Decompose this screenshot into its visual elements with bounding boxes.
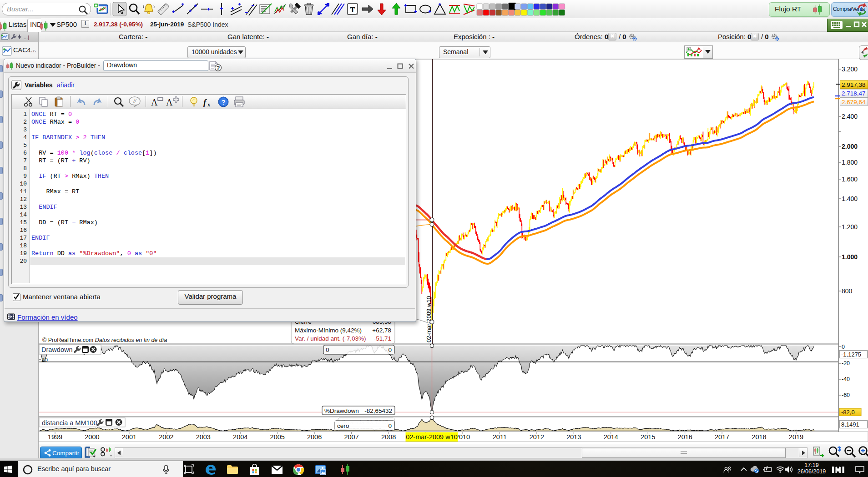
svg-text:f: f — [203, 97, 207, 107]
svg-text:?: ? — [217, 65, 220, 71]
svg-text:A: A — [151, 97, 158, 107]
svg-text:?: ? — [221, 98, 225, 106]
svg-text:A: A — [166, 97, 173, 107]
svg-text:x: x — [207, 101, 210, 108]
svg-text:...|: ...| — [24, 35, 29, 40]
svg-text://: // — [133, 98, 136, 104]
